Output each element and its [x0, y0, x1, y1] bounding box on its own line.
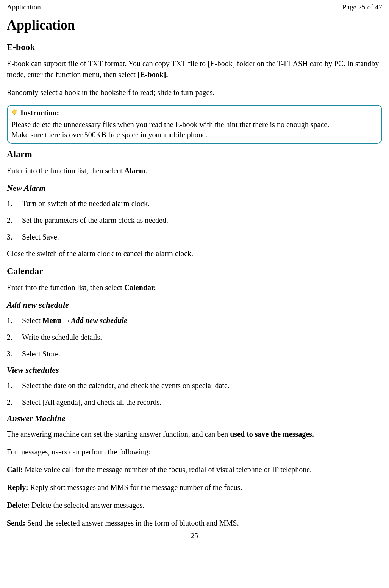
ebook-paragraph-2: Randomly select a book in the bookshelf … [7, 87, 382, 98]
instruction-line1: Please delete the unnecessary files when… [11, 120, 329, 129]
instruction-box: Instruction: Please delete the unnecessa… [7, 105, 382, 144]
add-schedule-heading: Add new schedule [7, 300, 382, 310]
list-number: 1. [7, 380, 22, 391]
send-text: Send the selected answer messages in the… [25, 519, 239, 527]
calendar-heading: Calendar [7, 266, 382, 276]
delete-text: Delete the selected answer messages. [30, 501, 144, 509]
list-number: 1. [7, 198, 22, 209]
ebook-p1-text: E-book can support file of TXT format. Y… [7, 59, 379, 79]
answer-machine-delete: Delete: Delete the selected answer messa… [7, 500, 382, 511]
reply-label: Reply: [7, 483, 28, 492]
list-item: 3.Select Store. [7, 348, 382, 359]
list-text: Select the date on the calendar, and che… [22, 381, 230, 390]
send-label: Send: [7, 519, 25, 527]
answer-machine-p2: For messages, users can perform the foll… [7, 446, 382, 457]
alarm-section: Alarm Enter into the function list, then… [7, 149, 382, 259]
alarm-p1-before: Enter into the function list, then selec… [7, 166, 124, 175]
list-text: Select [All agenda], and check all the r… [22, 398, 161, 406]
instruction-body: Please delete the unnecessary files when… [11, 120, 378, 140]
list-text: Turn on switch of the needed alarm clock… [22, 199, 150, 208]
lightbulb-icon [11, 109, 17, 117]
header-title: Application [7, 3, 41, 11]
arrow: → [63, 316, 71, 325]
list-text: Write the schedule details. [22, 333, 102, 341]
svg-point-0 [12, 110, 16, 114]
am-p1-before: The answering machine can set the starti… [7, 430, 230, 438]
list-item: 2.Write the schedule details. [7, 332, 382, 342]
list-text-bolditalic: Add new schedule [71, 316, 127, 325]
list-item: 1.Select Menu →Add new schedule [7, 315, 382, 326]
calendar-section: Calendar Enter into the function list, t… [7, 266, 382, 408]
call-text: Make voice call for the message number o… [23, 465, 312, 474]
add-schedule-steps: 1.Select Menu →Add new schedule 2.Write … [7, 315, 382, 359]
svg-rect-1 [14, 114, 15, 115]
instruction-title: Instruction: [20, 109, 59, 117]
list-item: 1.Turn on switch of the needed alarm clo… [7, 198, 382, 209]
list-item: 1.Select the date on the calendar, and c… [7, 380, 382, 391]
answer-machine-call: Call: Make voice call for the message nu… [7, 464, 382, 475]
calendar-p1-before: Enter into the function list, then selec… [7, 283, 124, 292]
ebook-p1-bold: [E-book]. [137, 70, 168, 79]
list-text-bold: Menu [42, 316, 63, 325]
alarm-close-text: Close the switch of the alarm clock to c… [7, 248, 382, 259]
list-text-before: Select [22, 316, 42, 325]
reply-text: Reply short messages and MMS for the mes… [28, 483, 242, 492]
ebook-heading: E-book [7, 42, 382, 52]
instruction-header: Instruction: [11, 109, 378, 117]
list-number: 2. [7, 397, 22, 408]
alarm-paragraph: Enter into the function list, then selec… [7, 165, 382, 176]
alarm-p1-bold: Alarm [124, 166, 145, 175]
list-item: 2.Set the parameters of the alarm clock … [7, 215, 382, 226]
header-page-number: Page 25 of 47 [342, 3, 382, 11]
list-item: 2.Select [All agenda], and check all the… [7, 397, 382, 408]
svg-line-3 [12, 110, 13, 111]
ebook-paragraph-1: E-book can support file of TXT format. Y… [7, 58, 382, 80]
delete-label: Delete: [7, 501, 30, 509]
answer-machine-heading: Answer Machine [7, 414, 382, 423]
calendar-p1-bold: Calendar. [124, 283, 156, 292]
alarm-p1-after: . [145, 166, 147, 175]
page-footer-number: 25 [7, 532, 382, 540]
instruction-line2: Make sure there is over 500KB free space… [11, 131, 208, 139]
page-title: Application [7, 17, 382, 33]
call-label: Call: [7, 465, 23, 474]
list-item: 3.Select Save. [7, 232, 382, 242]
list-number: 3. [7, 348, 22, 359]
new-alarm-steps: 1.Turn on switch of the needed alarm clo… [7, 198, 382, 242]
answer-machine-p1: The answering machine can set the starti… [7, 429, 382, 440]
am-p1-bold: used to save the messages. [230, 430, 314, 438]
answer-machine-reply: Reply: Reply short messages and MMS for … [7, 482, 382, 493]
ebook-section: E-book E-book can support file of TXT fo… [7, 42, 382, 98]
alarm-heading: Alarm [7, 149, 382, 159]
list-text: Set the parameters of the alarm clock as… [22, 216, 168, 224]
list-text: Select Save. [22, 233, 59, 241]
answer-machine-section: Answer Machine The answering machine can… [7, 414, 382, 529]
list-number: 1. [7, 315, 22, 326]
list-text: Select Store. [22, 350, 60, 358]
page-header: Application Page 25 of 47 [7, 3, 382, 12]
calendar-paragraph: Enter into the function list, then selec… [7, 282, 382, 293]
list-number: 2. [7, 332, 22, 342]
list-number: 3. [7, 232, 22, 242]
view-schedules-heading: View schedules [7, 365, 382, 375]
list-number: 2. [7, 215, 22, 226]
new-alarm-heading: New Alarm [7, 183, 382, 193]
svg-line-4 [16, 110, 17, 111]
view-schedules-steps: 1.Select the date on the calendar, and c… [7, 380, 382, 408]
answer-machine-send: Send: Send the selected answer messages … [7, 518, 382, 529]
